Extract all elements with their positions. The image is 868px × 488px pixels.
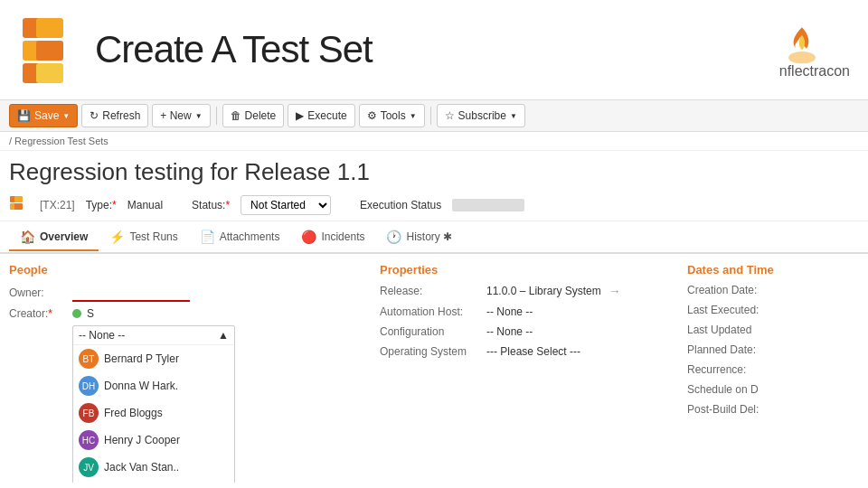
logo-area: Create A Test Set <box>18 14 373 86</box>
os-label: Operating System <box>380 345 479 358</box>
tab-history[interactable]: 🕐 History ✱ <box>375 224 463 251</box>
history-icon: 🕐 <box>386 230 401 244</box>
page-header-title: Create A Test Set <box>95 28 373 71</box>
tab-attachments[interactable]: 📄 Attachments <box>189 224 291 251</box>
refresh-button[interactable]: ↻ Refresh <box>81 104 148 127</box>
prop-row-release: Release: 11.0.0 – Library System → <box>380 284 669 298</box>
tab-history-label: History ✱ <box>406 230 452 243</box>
save-label: Save <box>34 109 59 122</box>
list-item[interactable]: BT Bernard P Tyler <box>73 345 234 372</box>
none-option[interactable]: -- None -- ▲ <box>73 326 234 345</box>
people-section: People Owner: Creator:* S -- None -- ▲ B… <box>9 263 362 474</box>
date-row-planned: Planned Date: <box>687 343 859 356</box>
exec-status-bar <box>452 199 524 211</box>
planned-date-label: Planned Date: <box>687 343 778 356</box>
breadcrumb-path: / Regression Test Sets <box>9 136 108 146</box>
prop-row-automation-host: Automation Host: -- None -- <box>380 305 669 318</box>
date-row-creation: Creation Date: <box>687 284 859 296</box>
list-item[interactable]: DH Donna W Hark. <box>73 372 234 399</box>
owner-input-underline[interactable] <box>72 284 190 302</box>
tab-test-runs[interactable]: ⚡ Test Runs <box>99 224 188 251</box>
tools-label: Tools <box>381 109 406 122</box>
subscribe-button[interactable]: ☆ Subscribe ▼ <box>437 104 525 127</box>
new-button[interactable]: + New ▼ <box>152 104 210 127</box>
list-item[interactable]: JV Jack Van Stan.. <box>73 454 234 481</box>
status-select[interactable]: Not Started In Progress Completed <box>241 195 331 215</box>
creator-label: Creator:* <box>9 307 72 320</box>
prop-row-configuration: Configuration -- None -- <box>380 325 669 338</box>
automation-host-value: -- None -- <box>486 305 533 318</box>
user-name: Fred Bloggs <box>104 407 163 419</box>
avatar: DH <box>79 376 99 396</box>
release-arrow-icon: → <box>609 284 621 298</box>
automation-host-label: Automation Host: <box>380 305 479 318</box>
date-row-schedule: Schedule on D <box>687 383 859 396</box>
owner-label: Owner: <box>9 286 72 299</box>
configuration-value: -- None -- <box>486 325 533 338</box>
tab-overview[interactable]: 🏠 Overview <box>9 224 99 251</box>
creator-value: S <box>87 307 94 320</box>
date-row-recurrence: Recurrence: <box>687 363 859 376</box>
tools-button[interactable]: ⚙ Tools ▼ <box>359 104 425 127</box>
new-caret-icon: ▼ <box>195 112 203 120</box>
user-name: Jack Van Stan.. <box>104 461 179 474</box>
list-item[interactable]: FB Fred Bloggs <box>73 399 234 427</box>
type-label: Type:* <box>86 199 117 211</box>
recurrence-label: Recurrence: <box>687 363 778 376</box>
execute-icon: ▶ <box>296 109 304 122</box>
date-row-post-build: Post-Build Del: <box>687 403 859 416</box>
incidents-icon: 🔴 <box>301 230 316 244</box>
release-label: Release: <box>380 285 479 297</box>
tab-test-runs-label: Test Runs <box>129 230 177 243</box>
subscribe-icon: ☆ <box>445 109 455 122</box>
toolbar-separator-2 <box>430 107 431 125</box>
properties-section: Properties Release: 11.0.0 – Library Sys… <box>380 263 669 474</box>
delete-label: Delete <box>245 109 277 122</box>
user-name: Donna W Hark. <box>104 380 178 392</box>
creator-row: S <box>72 307 94 320</box>
os-value: --- Please Select --- <box>486 345 580 358</box>
main-content: People Owner: Creator:* S -- None -- ▲ B… <box>0 254 868 483</box>
tab-overview-label: Overview <box>40 230 88 243</box>
refresh-icon: ↻ <box>90 109 99 122</box>
tools-caret-icon: ▼ <box>410 112 417 120</box>
flame-icon <box>779 20 825 65</box>
avatar: JV <box>79 457 99 477</box>
none-option-arrow-icon: ▲ <box>218 329 229 342</box>
prop-row-os: Operating System --- Please Select --- <box>380 345 669 358</box>
list-item[interactable]: HC Henry J Cooper <box>73 427 234 454</box>
attachments-icon: 📄 <box>200 230 215 244</box>
nflectracon-label: nflectracon <box>779 63 850 80</box>
delete-icon: 🗑 <box>231 109 241 122</box>
schedule-label: Schedule on D <box>687 383 778 396</box>
avatar: HC <box>79 430 99 450</box>
save-caret-icon: ▼ <box>62 112 70 120</box>
test-runs-icon: ⚡ <box>109 230 125 244</box>
properties-section-title: Properties <box>380 263 669 277</box>
creator-field-row: Creator:* S <box>9 307 362 320</box>
execute-button[interactable]: ▶ Execute <box>288 104 354 127</box>
online-indicator <box>72 309 81 318</box>
delete-button[interactable]: 🗑 Delete <box>222 104 285 127</box>
save-button[interactable]: 💾 Save ▼ <box>9 104 78 127</box>
spira-logo-icon <box>18 14 81 86</box>
user-name: Bernard P Tyler <box>104 352 179 365</box>
refresh-label: Refresh <box>102 109 140 122</box>
user-dropdown[interactable]: -- None -- ▲ BT Bernard P Tyler DH Donna… <box>72 325 235 483</box>
toolbar: 💾 Save ▼ ↻ Refresh + New ▼ 🗑 Delete ▶ Ex… <box>0 99 868 132</box>
last-executed-label: Last Executed: <box>687 304 778 316</box>
last-updated-label: Last Updated <box>687 324 778 336</box>
owner-field-row: Owner: <box>9 284 362 302</box>
people-section-title: People <box>9 263 362 277</box>
tab-incidents[interactable]: 🔴 Incidents <box>290 224 375 251</box>
subscribe-caret-icon: ▼ <box>510 112 517 120</box>
save-icon: 💾 <box>17 109 31 122</box>
svg-point-6 <box>788 52 816 63</box>
svg-rect-1 <box>36 18 63 38</box>
record-icon <box>9 195 29 215</box>
breadcrumb: / Regression Test Sets <box>0 132 868 151</box>
type-value: Manual <box>127 199 163 211</box>
post-build-label: Post-Build Del: <box>687 403 778 416</box>
list-item[interactable]: JS Joe P Smith <box>73 481 234 483</box>
creation-date-label: Creation Date: <box>687 284 778 296</box>
